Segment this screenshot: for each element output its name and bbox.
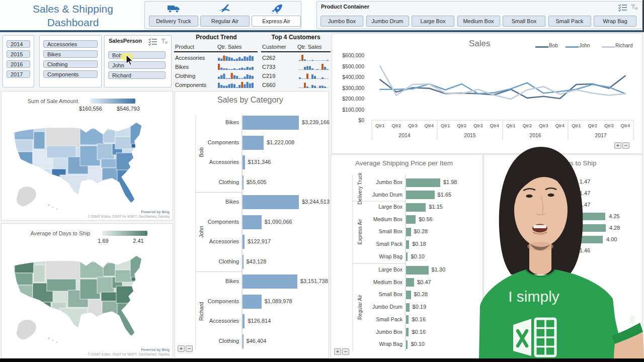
- sales-map-attribution: Powered by Bing © DSAT Editor, DSAT for …: [88, 210, 170, 219]
- ship-mode-item-regular-air[interactable]: Regular Air: [200, 16, 250, 27]
- bar-value-john-components: $1,090,066: [265, 219, 292, 225]
- days-bar-value-6: 1.46: [580, 247, 590, 253]
- product-container-item-medium-box[interactable]: Medium Box: [457, 16, 500, 27]
- days-map-attribution: Powered by Bing © DSAT Editor, DSAT for …: [88, 347, 170, 356]
- bar-bob-components: [243, 136, 264, 150]
- x-tick-quarter: Qtr3: [470, 123, 487, 128]
- collapse-button[interactable]: −: [342, 348, 349, 355]
- bar-bob-accessories: [243, 155, 245, 169]
- product-container-item-small-box[interactable]: Small Box: [503, 16, 545, 27]
- category-item-clothing[interactable]: Clothing: [43, 60, 98, 68]
- bar-regular-air-medium-box: [406, 278, 414, 287]
- days-bar-value-3: 4.25: [609, 213, 619, 219]
- bar-richard-components: [243, 295, 262, 309]
- bar-value-richard-accessories: $126,814: [248, 318, 271, 324]
- bar-value-regular-air-jumbo-box: $0.16: [412, 329, 426, 335]
- bar-value-delivery-truck-jumbo-drum: $1.65: [438, 192, 452, 198]
- salesperson-item-john[interactable]: John: [108, 61, 166, 69]
- product-trend-header-rule: [174, 51, 258, 52]
- collapse-button[interactable]: −: [186, 345, 193, 352]
- year-item-2014[interactable]: 2014: [7, 40, 30, 48]
- year-item-2015[interactable]: 2015: [7, 50, 30, 58]
- year-item-2017[interactable]: 2017: [7, 70, 30, 78]
- sparkline: [299, 63, 329, 70]
- bar-value-regular-air-jumbo-drum: $0.19: [413, 304, 427, 310]
- bar-label-bob-clothing: Clothing: [198, 179, 239, 185]
- days-map-legend-label: Average of Days to Ship: [16, 230, 90, 236]
- product-container-item-small-pack[interactable]: Small Pack: [548, 16, 591, 27]
- x-tick-quarter: Qtr2: [519, 123, 536, 128]
- bar-regular-air-small-box: [406, 291, 411, 299]
- legend-swatch-john: [566, 46, 579, 48]
- customer-row-label-c660: C660: [262, 82, 275, 88]
- bar-john-bikes: [243, 195, 299, 209]
- days-bar-1: [560, 190, 576, 197]
- group-label-bob: Bob: [198, 147, 204, 157]
- bar-express-air-large-box: [406, 203, 426, 212]
- category-chart-body: BobBikes$3,239,166Components$1,222,008Ac…: [175, 92, 329, 358]
- year-slicer: 2014201520162017: [3, 35, 34, 87]
- sales-map-legend-max: $546,793: [110, 106, 146, 112]
- collapse-button[interactable]: −: [622, 142, 629, 149]
- bar-label-bob-accessories: Accessories: [198, 159, 239, 165]
- bar-john-components: [243, 215, 262, 229]
- bar-label-express-air-large-box: Large Box: [362, 204, 403, 210]
- bar-value-express-air-wrap-bag: $0.10: [411, 253, 425, 259]
- x-tick-quarter: Qtr2: [454, 123, 470, 128]
- bar-regular-air-jumbo-drum: [406, 303, 410, 312]
- category-item-accessories[interactable]: Accessories: [43, 40, 98, 48]
- sales-line-chart-panel: Sales $600,000$500,000$400,000$300,000$2…: [332, 33, 642, 154]
- bar-label-delivery-truck-jumbo-box: Jumbo Box: [362, 179, 403, 185]
- bar-value-bob-components: $1,222,008: [267, 139, 294, 145]
- product-container-item-wrap-bag[interactable]: Wrap Bag: [594, 16, 636, 27]
- truck-icon: [167, 4, 181, 14]
- trend-row-label-accessories: Accessories: [175, 55, 205, 61]
- bar-richard-clothing: [243, 334, 244, 348]
- expand-button[interactable]: +: [614, 142, 621, 149]
- customer-row-label-c262: C262: [262, 55, 275, 61]
- sales-map-legend-label: Sum of Sale Amount: [16, 98, 78, 104]
- sparkline: [218, 81, 254, 88]
- bar-value-express-air-small-pack: $0.18: [412, 241, 426, 247]
- x-tick-quarter: Qtr2: [388, 123, 405, 128]
- x-tick-quarter: Qtr4: [617, 123, 634, 128]
- expand-button[interactable]: +: [178, 345, 185, 352]
- product-container-item-jumbo-box[interactable]: Jumbo Box: [320, 16, 363, 27]
- bar-value-john-bikes: $3,244,513: [302, 199, 330, 205]
- salesperson-item-bob[interactable]: Bob: [108, 51, 166, 59]
- group-label-express-air: Express Air: [357, 219, 363, 245]
- bar-label-richard-clothing: Clothing: [198, 338, 239, 344]
- category-item-bikes[interactable]: Bikes: [43, 50, 98, 58]
- bar-regular-air-small-pack: [406, 315, 409, 324]
- expand-button[interactable]: +: [334, 348, 341, 355]
- bar-label-bob-bikes: Bikes: [198, 119, 239, 125]
- bar-richard-bikes: [243, 275, 297, 289]
- days-bar-2: [560, 201, 576, 209]
- salesperson-item-richard[interactable]: Richard: [108, 71, 166, 79]
- x-tick-quarter: Qtr4: [421, 123, 438, 128]
- bar-value-richard-clothing: $46,404: [247, 338, 267, 344]
- sales-map-legend-min: $160,556: [74, 106, 107, 112]
- top-customers-table: Top 4 Customers Customer Qtr. Sales C262…: [260, 34, 332, 89]
- bar-regular-air-wrap-bag: [406, 340, 408, 349]
- bar-john-accessories: [243, 235, 245, 249]
- year-item-2016[interactable]: 2016: [7, 60, 30, 68]
- bar-value-delivery-truck-jumbo-box: $1.98: [443, 179, 457, 185]
- sales-map-canvas-svg: [5, 115, 171, 215]
- rocket-icon: [270, 4, 284, 14]
- product-container-item-jumbo-drum[interactable]: Jumbo Drum: [366, 16, 409, 27]
- category-items: AccessoriesBikesClothingComponents: [40, 36, 101, 87]
- bar-bob-bikes: [243, 116, 299, 130]
- days-map-panel: Average of Days to Ship 1.69 2.41 Powere…: [1, 223, 173, 358]
- x-tick-year: 2014: [372, 132, 437, 138]
- product-trend-title: Product Trend: [174, 34, 259, 41]
- bar-express-air-medium-box: [406, 215, 416, 224]
- x-tick-quarter: Qtr4: [552, 123, 569, 128]
- ship-mode-item-delivery-truck[interactable]: Delivery Truck: [149, 16, 198, 27]
- shipping-chart-body: Delivery TruckJumbo Box$1.98Jumbo Drum$1…: [331, 155, 482, 358]
- sales-map-legend-gradient: [90, 99, 135, 104]
- ship-mode-item-express-air[interactable]: Express Air: [252, 16, 301, 27]
- category-item-components[interactable]: Components: [43, 70, 98, 78]
- product-container-item-large-box[interactable]: Large Box: [412, 16, 454, 27]
- bar-label-express-air-small-box: Small Box: [362, 228, 403, 234]
